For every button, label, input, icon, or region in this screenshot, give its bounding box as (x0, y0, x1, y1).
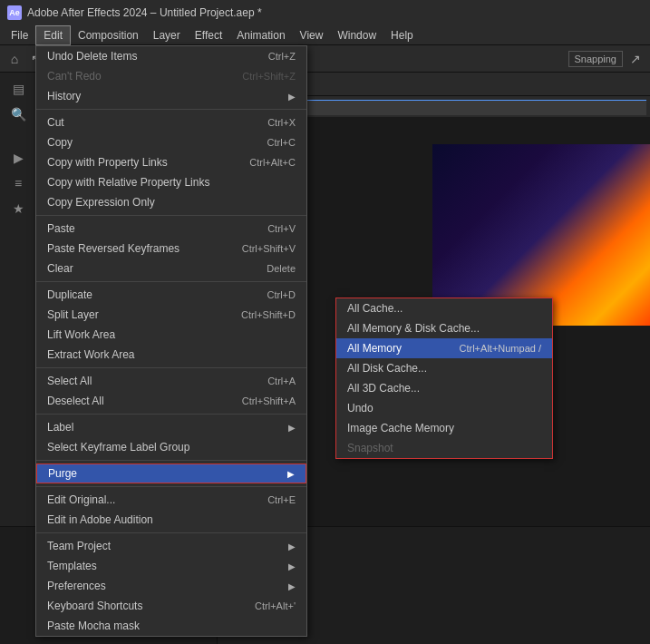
menu-composition[interactable]: Composition (71, 25, 146, 45)
menu-select-keyframe-label[interactable]: Select Keyframe Label Group (36, 437, 306, 457)
menu-window[interactable]: Window (330, 25, 383, 45)
menu-purge[interactable]: Purge ▶ (36, 463, 306, 483)
menu-view[interactable]: View (293, 25, 331, 45)
snapping-button[interactable]: Snapping (568, 51, 624, 67)
team-project-arrow-icon: ▶ (288, 542, 296, 551)
divider-2 (36, 215, 306, 216)
menu-cant-redo: Can't Redo Ctrl+Shift+Z (36, 66, 306, 86)
menu-bar: File Edit Composition Layer Effect Anima… (0, 25, 650, 45)
menu-copy-relative[interactable]: Copy with Relative Property Links (36, 172, 306, 192)
menu-edit-original[interactable]: Edit Original... Ctrl+E (36, 490, 306, 510)
menu-edit[interactable]: Edit (35, 25, 71, 45)
tool-extra-icon[interactable]: ↗ (626, 50, 645, 68)
left-icon-preview[interactable]: ▶ (0, 145, 36, 171)
menu-split-layer[interactable]: Split Layer Ctrl+Shift+D (36, 305, 306, 325)
menu-layer[interactable]: Layer (146, 25, 188, 45)
purge-all-memory[interactable]: All Memory Ctrl+Alt+Numpad / (336, 338, 552, 358)
purge-all-memory-disk[interactable]: All Memory & Disk Cache... (336, 318, 552, 338)
menu-templates[interactable]: Templates ▶ (36, 556, 306, 576)
menu-copy-property-links[interactable]: Copy with Property Links Ctrl+Alt+C (36, 152, 306, 172)
tool-home-icon[interactable]: ⌂ (5, 50, 24, 68)
edit-menu-dropdown: Undo Delete Items Ctrl+Z Can't Redo Ctrl… (35, 45, 307, 637)
purge-arrow-icon: ▶ (287, 469, 295, 479)
divider-1 (36, 109, 306, 110)
preferences-arrow-icon: ▶ (288, 581, 296, 591)
label-arrow-icon: ▶ (288, 423, 296, 433)
divider-7 (36, 486, 306, 487)
purge-all-cache[interactable]: All Cache... (336, 298, 552, 318)
left-icon-project[interactable]: ▤ (0, 76, 36, 102)
menu-keyboard-shortcuts[interactable]: Keyboard Shortcuts Ctrl+Alt+' (36, 596, 306, 616)
app-icon: Ae (7, 5, 22, 20)
menu-label[interactable]: Label ▶ (36, 417, 306, 437)
menu-deselect-all[interactable]: Deselect All Ctrl+Shift+A (36, 391, 306, 411)
purge-image-cache[interactable]: Image Cache Memory (336, 418, 552, 438)
menu-duplicate[interactable]: Duplicate Ctrl+D (36, 285, 306, 305)
left-icon-effects[interactable]: ★ (0, 196, 36, 221)
menu-preferences[interactable]: Preferences ▶ (36, 576, 306, 596)
menu-lift-work[interactable]: Lift Work Area (36, 325, 306, 345)
divider-6 (36, 460, 306, 461)
menu-select-all[interactable]: Select All Ctrl+A (36, 371, 306, 391)
purge-submenu: All Cache... All Memory & Disk Cache... … (335, 298, 553, 459)
menu-copy-expression[interactable]: Copy Expression Only (36, 192, 306, 212)
left-icon-layers[interactable]: ≡ (0, 171, 36, 196)
menu-team-project[interactable]: Team Project ▶ (36, 536, 306, 556)
history-arrow-icon: ▶ (288, 92, 296, 102)
menu-animation[interactable]: Animation (229, 25, 292, 45)
menu-help[interactable]: Help (383, 25, 421, 45)
menu-clear[interactable]: Clear Delete (36, 259, 306, 278)
menu-copy[interactable]: Copy Ctrl+C (36, 132, 306, 152)
menu-extract-work[interactable]: Extract Work Area (36, 345, 306, 365)
left-icon-search[interactable]: 🔍 (0, 102, 36, 127)
menu-history[interactable]: History ▶ (36, 86, 306, 106)
title-bar: Ae Adobe After Effects 2024 – Untitled P… (0, 0, 650, 25)
menu-file[interactable]: File (4, 25, 35, 45)
window-title: Adobe After Effects 2024 – Untitled Proj… (27, 6, 262, 19)
purge-snapshot: Snapshot (336, 438, 552, 458)
menu-paste[interactable]: Paste Ctrl+V (36, 219, 306, 239)
menu-edit-audition[interactable]: Edit in Adobe Audition (36, 510, 306, 530)
purge-all-disk-cache[interactable]: All Disk Cache... (336, 358, 552, 378)
divider-8 (36, 532, 306, 533)
purge-all-3d-cache[interactable]: All 3D Cache... (336, 378, 552, 398)
purge-undo[interactable]: Undo (336, 398, 552, 418)
menu-paste-reversed[interactable]: Paste Reversed Keyframes Ctrl+Shift+V (36, 239, 306, 259)
divider-3 (36, 281, 306, 282)
menu-undo-delete[interactable]: Undo Delete Items Ctrl+Z (36, 46, 306, 66)
divider-4 (36, 367, 306, 368)
menu-cut[interactable]: Cut Ctrl+X (36, 112, 306, 132)
menu-effect[interactable]: Effect (188, 25, 229, 45)
menu-paste-mocha[interactable]: Paste Mocha mask (36, 616, 306, 636)
templates-arrow-icon: ▶ (288, 561, 296, 571)
divider-5 (36, 414, 306, 415)
